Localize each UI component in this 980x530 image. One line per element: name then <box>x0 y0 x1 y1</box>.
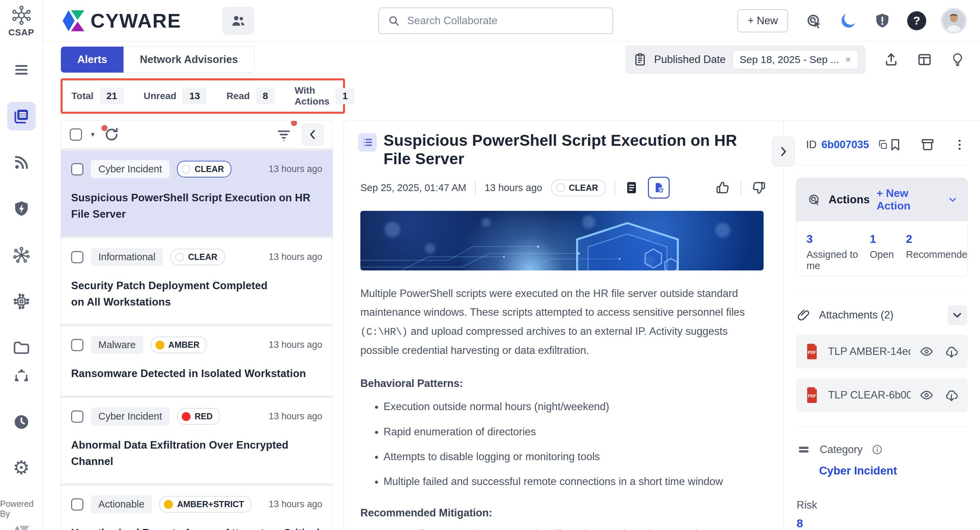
doc-refresh-icon <box>653 182 665 194</box>
refresh-button[interactable] <box>103 126 120 143</box>
export-icon[interactable] <box>883 52 899 67</box>
category-chip: Malware <box>91 336 143 354</box>
user-groups-button[interactable] <box>222 7 254 35</box>
thumbs-down-icon[interactable] <box>751 180 766 195</box>
download-icon[interactable] <box>944 388 959 402</box>
item-checkbox[interactable] <box>71 410 83 423</box>
sidebar-item-docs[interactable] <box>7 334 36 362</box>
published-date-chip[interactable]: Sep 18, 2025 - Sep ... × <box>733 50 858 69</box>
category-value-link[interactable]: Cyber Incident <box>819 464 967 477</box>
alert-title: Suspicious PowerShell Script Execution o… <box>383 131 766 168</box>
thumbs-up-icon[interactable] <box>715 180 730 195</box>
preview-eye-icon[interactable] <box>920 344 934 359</box>
description-text: and upload compressed archives to an ext… <box>360 325 728 357</box>
list-item[interactable]: Informational CLEAR 13 hours ago Securit… <box>61 236 332 324</box>
stat-unread[interactable]: Unread13 <box>143 88 207 104</box>
item-title[interactable]: Unauthorized Remote Access Attempt on Cr… <box>71 525 322 530</box>
actions-stat-open[interactable]: 1Open <box>870 233 906 271</box>
help-icon[interactable]: ? <box>907 11 926 30</box>
expand-panel-button[interactable] <box>772 137 795 166</box>
bookmark-icon[interactable] <box>888 137 902 152</box>
copy-icon[interactable] <box>877 137 888 152</box>
search-input[interactable] <box>407 14 604 27</box>
global-search <box>379 8 613 34</box>
stat-total[interactable]: Total21 <box>72 88 124 104</box>
stat-with-actions[interactable]: With Actions1 <box>295 85 355 107</box>
select-dropdown-icon[interactable]: ▾ <box>91 130 95 139</box>
sidebar-item-alerts[interactable] <box>7 102 36 131</box>
notes-doc-icon[interactable] <box>624 180 639 195</box>
sidebar-item-history[interactable] <box>7 408 36 436</box>
new-action-button[interactable]: + New Action <box>877 187 957 212</box>
stat-value: 21 <box>100 88 124 104</box>
avatar-image <box>943 10 965 32</box>
item-checkbox[interactable] <box>71 339 83 351</box>
stat-label: Total <box>72 91 94 102</box>
attachments-collapse-button[interactable] <box>947 305 967 325</box>
item-checkbox[interactable] <box>71 498 83 511</box>
paperclip-icon <box>797 308 811 322</box>
sidebar-item-threat-defense[interactable] <box>7 195 36 223</box>
ai-summary-button[interactable] <box>648 177 670 199</box>
sidebar-item-share[interactable] <box>7 362 36 391</box>
category-chip: Cyber Incident <box>91 407 169 425</box>
tlp-label: CLEAR <box>188 252 218 262</box>
filter-button[interactable] <box>276 127 292 142</box>
refresh-notification-dot <box>102 125 108 131</box>
user-avatar[interactable] <box>943 10 965 32</box>
attachment-row[interactable]: PDF TLP CLEAR-6b00... <box>796 378 968 412</box>
item-title[interactable]: Ransomware Detected in Isolated Workstat… <box>71 366 322 382</box>
category-chip: Actionable <box>91 495 152 513</box>
dark-mode-moon-icon[interactable] <box>839 11 858 30</box>
stat-label: Unread <box>143 91 176 102</box>
item-time: 13 hours ago <box>269 499 322 509</box>
sidebar-item-feeds[interactable] <box>7 148 36 177</box>
sidebar-item-settings[interactable]: ⚙ <box>7 453 36 482</box>
list-item[interactable]: Malware AMBER 13 hours ago Ransomware De… <box>61 324 332 396</box>
item-checkbox[interactable] <box>71 163 83 176</box>
lightbulb-icon[interactable] <box>950 52 965 67</box>
chip-icon <box>12 292 30 311</box>
list-item[interactable]: Cyber Incident CLEAR 13 hours ago Suspic… <box>61 148 332 236</box>
item-checkbox[interactable] <box>71 251 83 263</box>
left-rail: CSAP <box>0 0 43 530</box>
actions-stat-recommended[interactable]: 2Recommended <box>906 233 957 271</box>
new-button[interactable]: + New <box>737 9 788 32</box>
item-title[interactable]: Abnormal Data Exfiltration Over Encrypte… <box>71 437 322 470</box>
info-icon[interactable] <box>872 444 883 455</box>
product-tour-icon[interactable] <box>804 11 823 30</box>
kebab-menu-icon[interactable] <box>953 138 966 152</box>
list-item[interactable]: Actionable AMBER+STRICT 13 hours ago Una… <box>61 483 332 530</box>
layout-columns-icon[interactable] <box>917 52 932 67</box>
attachment-row[interactable]: PDF TLP AMBER-14ec... <box>796 334 968 369</box>
security-alert-shield-icon[interactable] <box>874 12 891 29</box>
actions-stat-assigned[interactable]: 3Assigned to me <box>807 233 870 271</box>
tab-alerts[interactable]: Alerts <box>61 47 124 73</box>
tab-network-advisories[interactable]: Network Advisories <box>124 47 254 73</box>
preview-eye-icon[interactable] <box>920 388 934 402</box>
archive-icon[interactable] <box>920 137 935 152</box>
list-item[interactable]: Cyber Incident RED 13 hours ago Abnormal… <box>61 396 332 483</box>
actions-target-icon <box>807 192 822 208</box>
select-all-checkbox[interactable] <box>70 128 82 140</box>
orbit-share-icon <box>13 367 30 385</box>
new-button-label: + New <box>748 14 778 27</box>
sidebar-item-intel-processing[interactable] <box>7 287 36 316</box>
new-action-label: + New Action <box>877 187 943 212</box>
clear-date-icon[interactable]: × <box>845 54 851 65</box>
id-value[interactable]: 6b007035 <box>821 139 869 151</box>
item-title[interactable]: Security Patch Deployment Completed on A… <box>71 278 282 310</box>
attachments-title: Attachments (2) <box>819 309 894 321</box>
powered-by: Powered By <box>0 499 43 530</box>
menu-hamburger-icon[interactable] <box>7 56 36 84</box>
bullet-item: Attempts to disable logging or monitorin… <box>383 449 766 464</box>
collapse-list-button[interactable] <box>302 124 324 145</box>
tlp-label: AMBER <box>169 340 200 350</box>
tlp-dot <box>182 165 191 174</box>
alert-age: 13 hours ago <box>485 182 542 193</box>
toc-list-icon[interactable] <box>358 133 377 152</box>
sidebar-item-network[interactable] <box>7 241 36 270</box>
stat-read[interactable]: Read8 <box>227 88 275 104</box>
item-title[interactable]: Suspicious PowerShell Script Execution o… <box>71 190 322 222</box>
download-icon[interactable] <box>944 344 959 359</box>
